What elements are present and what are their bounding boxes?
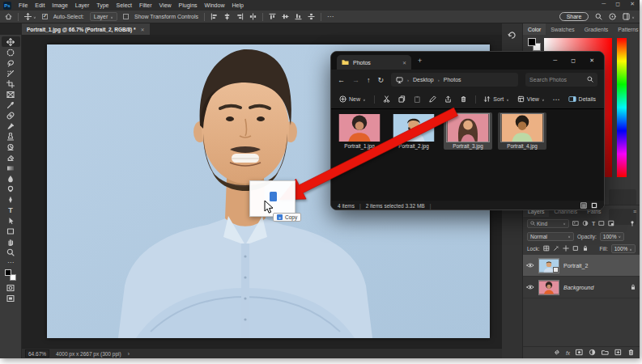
link-layers-icon[interactable] [553,349,560,357]
ps-maximize-button[interactable]: ◻ [615,1,620,7]
search-input[interactable]: Search Photos [525,73,597,87]
lock-all-icon[interactable] [582,245,589,252]
menu-item-layer[interactable]: Layer [75,2,90,8]
color-swatches-mini[interactable] [528,38,541,51]
foreground-background-swatches[interactable] [2,268,20,282]
auto-select-checkbox[interactable] [42,14,48,19]
history-brush-tool[interactable] [2,142,20,152]
lock-artboard-icon[interactable] [572,245,579,252]
menu-item-window[interactable]: Window [205,2,225,8]
filter-image-icon[interactable] [572,220,579,227]
distribute-vertical-icon[interactable] [308,13,315,21]
home-icon[interactable] [5,13,12,21]
adjustment-layer-icon[interactable] [589,349,596,357]
menu-item-help[interactable]: Help [232,2,243,8]
layer-thumbnail[interactable] [538,258,559,273]
object-selection-tool[interactable] [2,68,20,78]
more-options-icon[interactable]: ⋯ [327,13,334,20]
panel-menu-icon[interactable]: ≡ [633,209,640,214]
filter-type-icon[interactable]: T [592,221,595,226]
show-transform-controls-checkbox[interactable] [123,14,129,19]
lock-transparent-icon[interactable] [543,245,550,252]
breadcrumb-photos[interactable]: Photos [444,77,461,83]
distribute-icon[interactable] [249,13,257,21]
layer-filter-dropdown[interactable]: Kind ∨ [527,219,569,228]
layer-row-portrait-2[interactable]: Portrait_2 [523,255,640,277]
status-arrow-icon[interactable]: › [128,351,130,357]
path-selection-tool[interactable] [2,215,20,226]
close-tab-icon[interactable]: ✕ [141,27,145,32]
cut-icon[interactable] [383,95,390,104]
close-tab-icon[interactable]: ✕ [402,60,406,66]
rectangle-tool[interactable] [2,226,20,236]
align-left-edges-icon[interactable] [210,13,218,21]
layer-row-background[interactable]: Background [523,277,640,298]
fill-dropdown[interactable]: 100%∨ [611,244,636,253]
file-portrait-4[interactable]: Portrait_4.jpg [498,112,546,150]
explorer-close-button[interactable]: ✕ [589,57,594,64]
gradient-tool[interactable] [2,163,20,173]
layer-style-fx-icon[interactable]: fx [566,350,570,356]
copy-icon[interactable] [398,95,406,104]
explorer-maximize-button[interactable]: ◻ [571,57,576,64]
menu-item-view[interactable]: View [159,2,172,8]
share-icon[interactable] [444,95,452,104]
blend-mode-dropdown[interactable]: Normal ∨ [527,232,574,241]
brush-tool[interactable] [2,121,20,131]
search-icon[interactable] [595,13,602,21]
new-button[interactable]: New ∨ [339,95,366,103]
details-view-icon[interactable] [580,202,587,210]
new-tab-icon[interactable]: + [418,57,422,65]
menu-item-file[interactable]: File [19,2,28,8]
quick-mask-icon[interactable] [2,282,20,293]
menu-item-image[interactable]: Image [52,2,67,8]
filter-pin-icon[interactable] [629,220,636,227]
lasso-tool[interactable] [2,57,20,68]
layer-thumbnail[interactable] [538,280,559,295]
eyedropper-tool[interactable] [2,99,20,110]
new-layer-icon[interactable] [614,349,622,357]
healing-brush-tool[interactable] [2,110,20,121]
breadcrumb[interactable]: › Desktop › Photos [391,73,518,87]
menu-item-select[interactable]: Select [117,2,132,8]
lock-paint-icon[interactable] [553,245,559,252]
tab-color[interactable]: Color [523,23,546,35]
file-portrait-2[interactable]: Portrait_2.jpg [389,112,438,150]
frame-tool[interactable] [2,89,20,99]
tab-gradients[interactable]: Gradients [580,23,613,35]
details-button[interactable]: Details [568,95,596,103]
opacity-dropdown[interactable]: 100%∨ [600,232,624,241]
ps-minimize-button[interactable]: ─ [602,1,606,7]
back-icon[interactable]: ← [338,76,345,84]
up-icon[interactable]: ↑ [367,76,371,84]
thumbnail-view-icon[interactable] [591,202,597,210]
share-button[interactable]: Share [559,12,589,21]
visibility-eye-icon[interactable] [526,262,534,269]
file-portrait-1[interactable]: Portrait_1.jpg [335,112,384,150]
explorer-tab-photos[interactable]: Photos ✕ [337,55,411,70]
forward-icon[interactable]: → [352,76,359,84]
blur-tool[interactable] [2,173,20,184]
filter-adjustment-icon[interactable] [582,220,589,227]
move-tool-icon[interactable]: ∨ [24,13,36,20]
paste-icon[interactable] [414,95,421,104]
explorer-minimize-button[interactable]: ─ [553,57,557,64]
tab-patterns[interactable]: Patterns [613,23,642,35]
align-right-edges-icon[interactable] [236,13,244,21]
history-panel-icon[interactable] [508,28,517,43]
sort-button[interactable]: Sort ∨ [483,95,509,103]
refresh-icon[interactable]: ↻ [378,76,385,84]
marquee-tool[interactable] [2,47,20,57]
menu-item-type[interactable]: Type [96,2,108,8]
visibility-eye-icon[interactable] [526,284,534,291]
delete-icon[interactable] [460,95,467,104]
zoom-level-field[interactable]: 64.67% [25,349,49,358]
layer-mask-icon[interactable] [576,349,583,357]
filter-smart-object-icon[interactable] [608,220,614,227]
lock-move-icon[interactable] [563,245,569,252]
new-group-icon[interactable] [602,349,609,357]
filter-shape-icon[interactable] [598,220,605,227]
menu-item-edit[interactable]: Edit [35,2,45,8]
move-tool[interactable] [2,36,20,47]
align-vertical-centers-icon[interactable] [282,13,289,21]
